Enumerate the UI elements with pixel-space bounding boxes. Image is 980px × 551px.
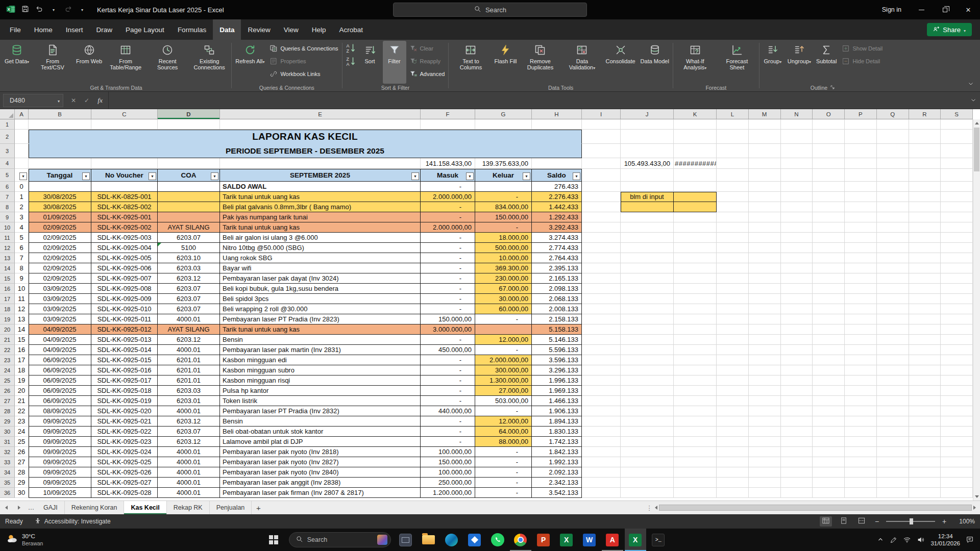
cell[interactable]: 2.000.000,00 [421, 222, 475, 233]
cell[interactable] [475, 119, 532, 130]
cell[interactable] [877, 375, 909, 386]
cell[interactable]: SDL-KK-0925-001 [91, 212, 158, 222]
undo-dropdown-button[interactable] [47, 3, 60, 16]
cell[interactable]: SDL-KK-0925-002 [91, 222, 158, 233]
cell[interactable]: Pembayaran laser pak martin (Inv 2831) [220, 345, 421, 355]
cell[interactable]: Beli air galon isi ulang 3 @6.000 [220, 233, 421, 243]
cell[interactable]: 18 [15, 365, 29, 375]
cell[interactable] [781, 284, 813, 294]
customize-quick-access-button[interactable] [76, 3, 89, 16]
cell[interactable]: 12.000,00 [475, 335, 532, 345]
cell[interactable]: SDL-KK-0925-011 [91, 314, 158, 324]
cell[interactable]: 1.442.433 [532, 202, 582, 212]
cell[interactable] [909, 233, 941, 243]
cell[interactable]: Beli wrapping 2 roll @30.000 [220, 304, 421, 314]
cell[interactable] [909, 202, 941, 212]
cell[interactable] [781, 233, 813, 243]
cell[interactable]: 6203.12 [158, 273, 220, 284]
cell[interactable]: 450.000,00 [421, 345, 475, 355]
cell[interactable] [845, 144, 877, 158]
cell[interactable] [845, 169, 877, 182]
cell[interactable] [621, 416, 674, 427]
cell[interactable]: - [421, 253, 475, 263]
cell[interactable]: 9 [15, 273, 29, 284]
cell[interactable] [877, 314, 909, 324]
cell[interactable] [674, 192, 717, 202]
cell[interactable] [877, 416, 909, 427]
cell[interactable] [158, 158, 220, 169]
cell[interactable] [877, 488, 909, 498]
cell[interactable] [582, 182, 621, 192]
cell[interactable]: - [421, 416, 475, 427]
cell[interactable] [941, 119, 973, 130]
cell[interactable] [877, 202, 909, 212]
cell[interactable] [674, 416, 717, 427]
cell[interactable] [582, 427, 621, 437]
cell[interactable]: SDL-KK-0925-021 [91, 416, 158, 427]
cell[interactable] [621, 375, 674, 386]
cell[interactable]: 3.292.433 [532, 222, 582, 233]
cell[interactable] [845, 294, 877, 304]
cell[interactable] [674, 202, 717, 212]
cell[interactable] [674, 365, 717, 375]
row-header-27[interactable]: 27 [0, 396, 15, 406]
cell[interactable] [941, 437, 973, 447]
cell[interactable] [582, 386, 621, 396]
cell[interactable] [813, 335, 845, 345]
cell[interactable]: 09/09/2025 [29, 447, 91, 457]
zoom-level[interactable]: 100% [953, 518, 975, 525]
cell[interactable]: - [475, 467, 532, 478]
vertical-scroll-thumb[interactable] [974, 128, 979, 171]
row-header-25[interactable]: 25 [0, 375, 15, 386]
cell[interactable]: 4000.01 [158, 345, 220, 355]
cell[interactable] [582, 457, 621, 467]
cell[interactable]: - [421, 182, 475, 192]
cell[interactable] [749, 144, 781, 158]
cell[interactable] [582, 314, 621, 324]
cell[interactable] [813, 253, 845, 263]
row-header-13[interactable]: 13 [0, 253, 15, 263]
cell[interactable]: - [421, 304, 475, 314]
cell[interactable] [845, 386, 877, 396]
cell[interactable] [813, 130, 845, 144]
cell[interactable] [749, 304, 781, 314]
cell[interactable]: 0 [15, 182, 29, 192]
cell[interactable]: SDL-KK-0925-004 [91, 243, 158, 253]
cell[interactable]: 1.466.133 [532, 396, 582, 406]
cell[interactable] [220, 158, 421, 169]
cell[interactable]: SDL-KK-0925-019 [91, 396, 158, 406]
normal-view-button[interactable] [820, 516, 832, 527]
cell[interactable] [674, 222, 717, 233]
cell[interactable]: SDL-KK-0925-012 [91, 324, 158, 335]
cell[interactable] [674, 478, 717, 488]
cell[interactable] [582, 233, 621, 243]
cell[interactable] [749, 192, 781, 202]
cell[interactable] [845, 263, 877, 273]
cell[interactable] [845, 222, 877, 233]
cell[interactable] [941, 467, 973, 478]
cell[interactable]: - [421, 396, 475, 406]
cell[interactable]: 10.000,00 [475, 253, 532, 263]
cell[interactable] [877, 427, 909, 437]
cell[interactable] [582, 304, 621, 314]
cell[interactable]: - [421, 386, 475, 396]
cell[interactable]: 6203.03 [158, 263, 220, 273]
cell[interactable]: 4000.01 [158, 457, 220, 467]
cell[interactable] [674, 457, 717, 467]
row-header-35[interactable]: 35 [0, 478, 15, 488]
cell[interactable] [621, 396, 674, 406]
row-header-9[interactable]: 9 [0, 212, 15, 222]
cell[interactable]: 2.395.133 [532, 263, 582, 273]
cell[interactable] [813, 182, 845, 192]
note-cell[interactable] [621, 202, 674, 212]
cell[interactable]: 1.906.133 [532, 406, 582, 416]
cell[interactable]: 09/09/2025 [29, 457, 91, 467]
column-header-d[interactable]: D [158, 109, 220, 119]
cell[interactable] [845, 447, 877, 457]
page-layout-view-button[interactable] [838, 516, 850, 527]
wifi-icon[interactable] [903, 536, 911, 544]
cell[interactable]: SDL-KK-0925-026 [91, 467, 158, 478]
cell[interactable] [582, 478, 621, 488]
cell[interactable]: 01/09/2025 [29, 212, 91, 222]
column-header-c[interactable]: C [91, 109, 158, 119]
